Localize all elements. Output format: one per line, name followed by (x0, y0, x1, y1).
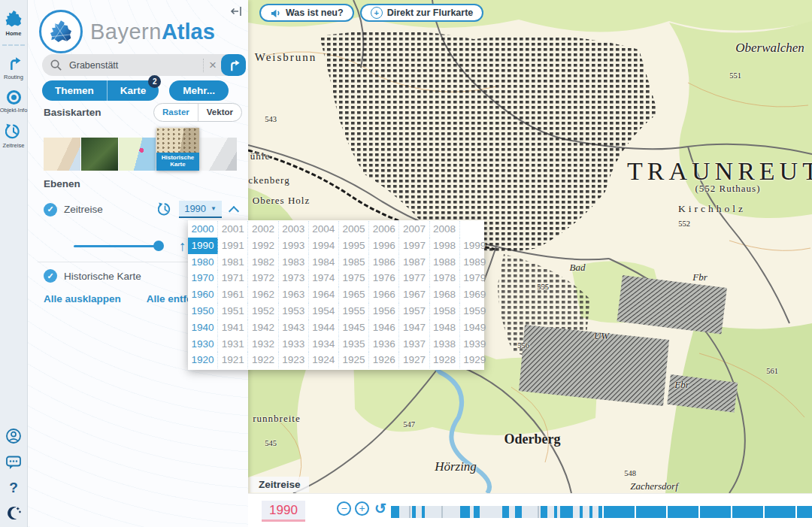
basemap-thumb-aerial[interactable] (81, 138, 118, 171)
year-option[interactable]: 1926 (369, 352, 399, 368)
year-option[interactable]: 1998 (430, 238, 460, 254)
year-option[interactable]: 2005 (339, 221, 369, 238)
year-option[interactable]: 1965 (339, 286, 369, 303)
basemap-thumb-historic[interactable]: Historische Karte (156, 128, 199, 171)
basemap-thumb-topo[interactable] (119, 138, 156, 171)
year-option[interactable]: 1976 (369, 270, 399, 286)
year-option[interactable]: 1986 (369, 254, 399, 271)
year-option[interactable]: 1927 (399, 352, 429, 368)
year-option[interactable]: 1946 (369, 320, 399, 336)
year-option[interactable]: 1936 (369, 336, 399, 353)
feedback-chat-icon[interactable] (5, 455, 22, 470)
tab-themen[interactable]: Themen (42, 80, 107, 101)
account-icon[interactable] (5, 428, 22, 444)
year-option[interactable]: 1961 (218, 286, 248, 303)
year-option[interactable]: 1957 (399, 303, 429, 320)
year-option[interactable]: 1947 (399, 320, 429, 336)
year-option[interactable]: 1948 (430, 320, 460, 336)
clear-search-icon[interactable]: × (209, 59, 217, 71)
year-option[interactable]: 1925 (339, 352, 369, 368)
year-option[interactable]: 1995 (339, 238, 369, 254)
search-input[interactable] (68, 59, 201, 71)
sidebar-item-routing[interactable]: Routing (0, 56, 27, 80)
basemap-thumb-gray[interactable] (200, 138, 237, 171)
historische-karte-checkbox[interactable]: ✓ (44, 269, 57, 283)
toggle-raster[interactable]: Raster (154, 104, 198, 121)
year-option[interactable]: 1949 (460, 320, 489, 336)
year-option[interactable]: 2003 (279, 221, 309, 238)
year-option[interactable]: 1956 (369, 303, 399, 320)
collapse-panel-button[interactable] (228, 3, 244, 22)
year-option[interactable]: 1941 (218, 320, 248, 336)
history-icon[interactable] (158, 202, 172, 217)
year-option[interactable]: 1950 (188, 303, 218, 320)
year-option[interactable]: 1994 (309, 238, 339, 254)
year-option[interactable]: 1968 (430, 286, 460, 303)
year-option[interactable]: 1952 (248, 303, 278, 320)
basemap-thumb-standard[interactable] (44, 138, 80, 171)
year-option[interactable]: 1964 (309, 286, 339, 303)
year-option[interactable]: 2002 (248, 221, 278, 238)
year-option[interactable]: 1924 (309, 352, 339, 368)
year-option[interactable]: 1981 (218, 254, 248, 271)
year-option[interactable]: 1977 (399, 270, 429, 286)
year-option[interactable]: 1980 (188, 254, 218, 271)
year-option[interactable]: 1983 (279, 254, 309, 271)
year-option[interactable]: 1985 (339, 254, 369, 271)
year-option[interactable]: 1963 (279, 286, 309, 303)
year-option[interactable]: 1934 (309, 336, 339, 353)
year-option[interactable]: 1953 (279, 303, 309, 320)
year-option[interactable]: 1990 (188, 238, 218, 254)
zoom-in-timeline-button[interactable]: + (355, 501, 369, 516)
year-option[interactable]: 1996 (369, 238, 399, 254)
year-option[interactable]: 1922 (248, 352, 278, 368)
year-option[interactable]: 1929 (460, 352, 489, 368)
sidebar-item-home[interactable]: Home (0, 10, 27, 37)
sidebar-item-zeitreise[interactable]: Zeitreise (0, 123, 27, 149)
year-option[interactable]: 1969 (460, 286, 489, 303)
move-layer-up-icon[interactable]: ↑ (179, 239, 186, 253)
year-option[interactable]: 2008 (430, 221, 460, 238)
help-icon[interactable]: ? (9, 480, 18, 495)
year-option[interactable]: 1943 (279, 320, 309, 336)
year-option[interactable]: 1979 (460, 270, 489, 286)
direkt-zur-flurkarte-button[interactable]: + Direkt zur Flurkarte (360, 4, 484, 22)
year-option[interactable]: 1920 (188, 352, 218, 368)
year-option[interactable]: 1930 (188, 336, 218, 353)
year-option[interactable]: 2004 (309, 221, 339, 238)
year-option[interactable]: 1933 (279, 336, 309, 353)
year-option[interactable]: 1935 (339, 336, 369, 353)
expand-all-link[interactable]: Alle ausklappen (44, 293, 121, 304)
routing-button[interactable] (221, 54, 246, 76)
dark-mode-moon-icon[interactable] (6, 505, 22, 521)
year-option[interactable]: 1944 (309, 320, 339, 336)
chevron-up-icon[interactable] (229, 205, 239, 216)
year-option[interactable]: 1938 (430, 336, 460, 353)
whats-new-button[interactable]: Was ist neu? (259, 4, 354, 22)
sidebar-item-objekt-info[interactable]: Objekt-Info (0, 90, 27, 114)
year-option[interactable]: 1997 (399, 238, 429, 254)
year-option[interactable]: 2006 (369, 221, 399, 238)
year-option[interactable]: 1959 (460, 303, 489, 320)
year-option[interactable]: 1939 (460, 336, 489, 353)
year-option[interactable]: 1973 (279, 270, 309, 286)
year-select[interactable]: 1990 ▼ (179, 201, 222, 218)
year-option[interactable]: 1931 (218, 336, 248, 353)
year-option[interactable]: 1954 (309, 303, 339, 320)
year-option[interactable]: 1972 (248, 270, 278, 286)
tab-mehr[interactable]: Mehr... (169, 80, 229, 101)
year-option[interactable]: 1993 (279, 238, 309, 254)
year-option[interactable]: 2007 (399, 221, 429, 238)
timeline-track[interactable]: 1840185018601870188018901900191019201930… (391, 506, 812, 518)
year-option[interactable]: 1962 (248, 286, 278, 303)
year-option[interactable]: 1921 (218, 352, 248, 368)
year-option[interactable]: 2001 (218, 221, 248, 238)
year-option[interactable]: 1966 (369, 286, 399, 303)
year-option[interactable]: 1988 (430, 254, 460, 271)
year-option[interactable]: 1984 (309, 254, 339, 271)
year-option[interactable]: 1955 (339, 303, 369, 320)
year-option[interactable]: 1967 (399, 286, 429, 303)
year-option[interactable]: 1975 (339, 270, 369, 286)
toggle-vektor[interactable]: Vektor (198, 104, 241, 121)
zoom-out-timeline-button[interactable]: − (337, 501, 351, 516)
